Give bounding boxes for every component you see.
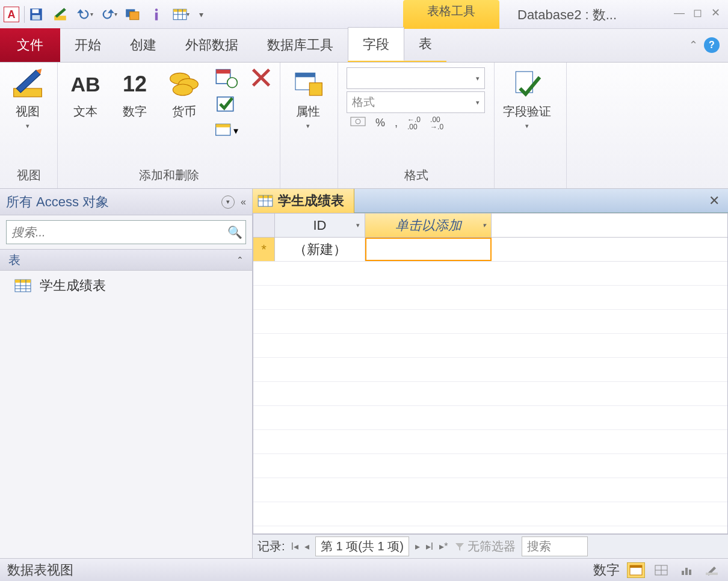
- tab-file[interactable]: 文件: [0, 28, 60, 62]
- nav-menu-button[interactable]: ▾: [221, 195, 235, 209]
- minimize-ribbon-button[interactable]: ⌃: [689, 38, 698, 52]
- tab-database-tools[interactable]: 数据库工具: [253, 28, 348, 62]
- tab-table[interactable]: 表: [404, 27, 446, 61]
- percent-button[interactable]: %: [375, 117, 385, 129]
- number-field-button[interactable]: 12 数字: [116, 67, 154, 120]
- dropdown-icon: ▾: [306, 122, 310, 130]
- dropdown-icon[interactable]: ▾: [187, 11, 190, 17]
- dropdown-icon[interactable]: ▾: [114, 11, 117, 17]
- tab-external-data[interactable]: 外部数据: [171, 28, 253, 62]
- cell-id-new[interactable]: （新建）: [275, 238, 365, 261]
- search-input[interactable]: [7, 226, 224, 239]
- format-placeholder: 格式: [352, 94, 375, 110]
- datatype-combo[interactable]: ▾: [347, 67, 485, 89]
- more-fields-button[interactable]: ▾: [214, 120, 238, 141]
- open-form-button[interactable]: [123, 5, 141, 23]
- main-area: 所有 Access 对象 ▾ « 🔍 表 ⌃ 学生成绩表 学生成绩表 ✕: [0, 189, 728, 558]
- chart-view-button[interactable]: [677, 562, 696, 578]
- chevron-down-icon: ▾: [476, 75, 480, 82]
- ribbon-group-add-delete: AB 文本 12 数字 货币 ▾ 添加和删除: [58, 63, 280, 188]
- prev-record-button[interactable]: ◂: [304, 541, 309, 552]
- undo-button[interactable]: ▾: [75, 5, 93, 23]
- dropdown-icon[interactable]: ▾: [356, 221, 360, 229]
- view-button[interactable]: 视图 ▾: [8, 67, 47, 130]
- record-position[interactable]: 第 1 项(共 1 项): [315, 536, 409, 556]
- tab-create[interactable]: 创建: [116, 28, 171, 62]
- new-record-button[interactable]: ▸*: [439, 541, 448, 552]
- dropdown-icon[interactable]: ▾: [483, 221, 486, 229]
- svg-point-27: [356, 119, 360, 124]
- minimize-button[interactable]: ―: [673, 6, 686, 19]
- cell-active-input[interactable]: [365, 238, 492, 261]
- nav-item-student-scores[interactable]: 学生成绩表: [0, 271, 252, 301]
- group-label-props: [289, 167, 329, 187]
- datasheet-view-button[interactable]: [627, 562, 645, 578]
- quick-access-toolbar: ▾ ▾ ▾ ▾: [27, 5, 203, 23]
- svg-rect-25: [309, 83, 322, 96]
- currency-format-button[interactable]: [350, 115, 366, 131]
- app-logo-icon: A: [4, 7, 19, 22]
- dropdown-icon: ▾: [233, 125, 238, 137]
- svg-rect-41: [630, 565, 642, 568]
- svg-rect-18: [216, 70, 230, 74]
- small-buttons-col1: ▾: [214, 67, 238, 141]
- ribbon-group-validation: 字段验证 ▾: [495, 63, 567, 188]
- record-search-box[interactable]: 搜索: [522, 536, 588, 556]
- last-record-button[interactable]: ▸I: [426, 541, 433, 552]
- collapse-pane-button[interactable]: «: [241, 197, 246, 208]
- dropdown-icon[interactable]: ▾: [90, 11, 93, 17]
- save-button[interactable]: [27, 5, 45, 23]
- svg-rect-36: [258, 195, 273, 198]
- row-selector-new[interactable]: *: [253, 238, 275, 261]
- window-title: Database2 : 数...: [517, 6, 617, 24]
- search-icon[interactable]: 🔍: [224, 225, 245, 239]
- field-validation-button[interactable]: 字段验证 ▾: [503, 67, 551, 130]
- status-bar: 数据表视图 数字: [0, 558, 728, 581]
- dropdown-icon: ▾: [525, 122, 529, 130]
- currency-field-button[interactable]: 货币: [165, 67, 203, 120]
- datasheet-button[interactable]: ▾: [171, 5, 190, 23]
- tab-fields[interactable]: 字段: [348, 27, 404, 61]
- increase-decimals-button[interactable]: ←.0.00: [407, 116, 421, 131]
- empty-grid-area[interactable]: [253, 262, 727, 533]
- text-field-button[interactable]: AB 文本: [66, 67, 105, 120]
- qat-customize-button[interactable]: ▾: [199, 10, 203, 19]
- ribbon-tabs: 文件 开始 创建 外部数据 数据库工具 字段 表 ⌃ ?: [0, 29, 728, 63]
- next-record-button[interactable]: ▸: [415, 541, 420, 552]
- delete-button[interactable]: [249, 67, 273, 88]
- text-label: 文本: [73, 103, 97, 120]
- svg-rect-45: [682, 571, 684, 575]
- record-label: 记录:: [258, 538, 285, 555]
- tab-home[interactable]: 开始: [60, 28, 116, 62]
- properties-button[interactable]: 属性 ▾: [289, 67, 327, 130]
- first-record-button[interactable]: I◂: [291, 541, 298, 552]
- select-all-cell[interactable]: [253, 214, 275, 237]
- help-icon[interactable]: ?: [704, 37, 720, 53]
- pivot-view-button[interactable]: [652, 562, 670, 578]
- svg-rect-1: [32, 9, 39, 13]
- design-view-button[interactable]: [703, 562, 721, 578]
- comma-button[interactable]: ,: [395, 117, 398, 129]
- document-tab[interactable]: 学生成绩表: [253, 189, 354, 213]
- column-header-id[interactable]: ID▾: [275, 214, 365, 237]
- yesno-button[interactable]: [214, 94, 238, 114]
- close-tab-button[interactable]: ✕: [709, 193, 720, 209]
- datetime-button[interactable]: [214, 67, 238, 88]
- table-icon: [258, 195, 273, 207]
- redo-button[interactable]: ▾: [99, 5, 117, 23]
- quick-edit-button[interactable]: [51, 5, 69, 23]
- decrease-decimals-button[interactable]: .00→.0: [430, 116, 443, 131]
- column-header-add[interactable]: 单击以添加▾: [365, 214, 492, 237]
- document-area: 学生成绩表 ✕ ID▾ 单击以添加▾ * （新建） 记录: I◂ ◂ 第 1 项…: [253, 189, 728, 558]
- nav-header[interactable]: 所有 Access 对象 ▾ «: [0, 189, 252, 215]
- restore-button[interactable]: ◻: [691, 6, 704, 19]
- filter-indicator[interactable]: 无筛选器: [454, 538, 516, 555]
- close-button[interactable]: ✕: [709, 6, 722, 19]
- validation-icon: [510, 67, 544, 101]
- svg-point-6: [155, 8, 158, 11]
- chevron-down-icon: ▾: [476, 99, 480, 106]
- properties-icon: [291, 67, 325, 101]
- format-combo[interactable]: 格式▾: [347, 91, 485, 113]
- info-button[interactable]: [147, 5, 165, 23]
- nav-group-tables[interactable]: 表 ⌃: [0, 249, 252, 271]
